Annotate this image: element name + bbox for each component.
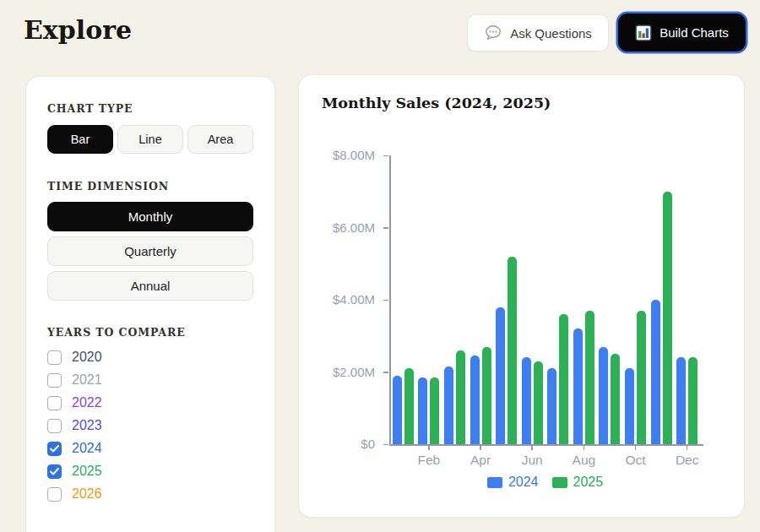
year-2021-checkbox[interactable] bbox=[47, 373, 62, 388]
bar-2025-sep[interactable] bbox=[611, 354, 620, 444]
legend-item-2025[interactable]: 2025 bbox=[552, 475, 604, 490]
y-axis-tick-label: $0 bbox=[299, 437, 375, 451]
legend-swatch-2024 bbox=[487, 477, 502, 488]
year-2024-label: 2024 bbox=[72, 441, 102, 456]
legend-swatch-2025 bbox=[552, 477, 567, 488]
chart-type-area-button[interactable]: Area bbox=[187, 125, 253, 154]
x-axis-tick-label-aug: Aug bbox=[558, 453, 609, 468]
x-axis-tick-mark bbox=[687, 446, 688, 450]
year-row-2022[interactable]: 2022 bbox=[47, 395, 253, 410]
year-2023-label: 2023 bbox=[72, 418, 102, 433]
time-dimension-heading: TIME DIMENSION bbox=[47, 180, 253, 193]
year-row-2026[interactable]: 2026 bbox=[47, 486, 253, 502]
x-axis-tick-mark bbox=[531, 446, 533, 450]
bar-group-dec bbox=[674, 155, 700, 444]
y-axis-tick-mark bbox=[383, 444, 388, 446]
filters-sidebar: CHART TYPE Bar Line Area TIME DIMENSION … bbox=[25, 76, 275, 532]
y-axis-tick-mark bbox=[383, 155, 388, 157]
time-monthly-button[interactable]: Monthly bbox=[47, 202, 253, 231]
year-2025-checkbox[interactable] bbox=[47, 464, 62, 479]
bar-2024-may[interactable] bbox=[496, 307, 505, 444]
x-axis-tick-mark bbox=[480, 446, 481, 450]
bar-2025-jul[interactable] bbox=[559, 314, 568, 444]
year-2020-checkbox[interactable] bbox=[47, 350, 62, 365]
bar-2025-jun[interactable] bbox=[534, 361, 543, 444]
time-dimension-button-group: Monthly Quarterly Annual bbox=[47, 202, 253, 301]
bar-2025-may[interactable] bbox=[508, 257, 517, 444]
bar-2024-dec[interactable] bbox=[676, 357, 686, 444]
x-axis-tick-label-oct: Oct bbox=[611, 453, 661, 468]
year-row-2023[interactable]: 2023 bbox=[47, 418, 253, 433]
chart-legend: 20242025 bbox=[390, 475, 700, 490]
build-charts-button[interactable]: Build Charts bbox=[618, 14, 746, 52]
year-2024-checkbox[interactable] bbox=[47, 442, 62, 456]
year-2022-label: 2022 bbox=[72, 395, 102, 410]
year-2026-checkbox[interactable] bbox=[47, 487, 62, 502]
x-axis-tick-label-dec: Dec bbox=[662, 453, 713, 468]
time-annual-button[interactable]: Annual bbox=[47, 271, 253, 301]
bars-area bbox=[390, 155, 700, 444]
y-axis-tick-label: $6.00M bbox=[299, 220, 375, 235]
time-quarterly-button[interactable]: Quarterly bbox=[47, 236, 253, 266]
y-axis-tick-mark bbox=[383, 300, 388, 301]
bar-group-jun bbox=[519, 155, 546, 444]
bar-group-jul bbox=[545, 155, 571, 444]
y-axis-tick-label: $2.00M bbox=[299, 365, 375, 379]
year-row-2024[interactable]: 2024 bbox=[47, 441, 253, 456]
bar-2024-nov[interactable] bbox=[651, 300, 660, 444]
x-axis-tick-label-jun: Jun bbox=[507, 453, 557, 468]
bar-2024-oct[interactable] bbox=[625, 368, 634, 444]
bar-2024-mar[interactable] bbox=[444, 366, 453, 444]
legend-item-2024[interactable]: 2024 bbox=[487, 475, 539, 490]
speech-bubble-icon bbox=[484, 24, 502, 41]
ask-questions-button[interactable]: Ask Questions bbox=[467, 14, 609, 52]
x-axis-tick-mark bbox=[584, 446, 585, 450]
bar-chart-plot: 20242025 $8.00M$6.00M$4.00M$2.00M$0FebAp… bbox=[299, 75, 744, 517]
years-to-compare-heading: YEARS TO COMPARE bbox=[47, 326, 253, 339]
bar-group-sep bbox=[597, 155, 623, 444]
bar-group-aug bbox=[571, 155, 597, 444]
y-axis-tick-label: $8.00M bbox=[299, 148, 375, 162]
bar-2025-oct[interactable] bbox=[637, 311, 646, 444]
years-checkbox-list: 2020 2021 2022 2023 2024 2025 2026 bbox=[47, 350, 253, 502]
bar-2024-jan[interactable] bbox=[393, 376, 402, 444]
year-2026-label: 2026 bbox=[72, 486, 102, 502]
bar-group-may bbox=[493, 155, 519, 444]
x-axis-line bbox=[389, 444, 703, 446]
year-2021-label: 2021 bbox=[72, 372, 102, 388]
year-row-2025[interactable]: 2025 bbox=[47, 464, 253, 479]
bar-group-oct bbox=[622, 155, 649, 444]
ask-questions-label: Ask Questions bbox=[510, 26, 592, 41]
chart-type-line-button[interactable]: Line bbox=[117, 125, 183, 154]
year-2020-label: 2020 bbox=[72, 350, 102, 365]
bar-2024-jul[interactable] bbox=[547, 368, 556, 444]
x-axis-tick-label-apr: Apr bbox=[455, 453, 506, 468]
year-2022-checkbox[interactable] bbox=[47, 396, 62, 410]
bar-2025-mar[interactable] bbox=[456, 350, 465, 444]
bar-2024-apr[interactable] bbox=[470, 356, 480, 444]
year-row-2021[interactable]: 2021 bbox=[47, 372, 253, 388]
chart-panel: Monthly Sales (2024, 2025) 20242025 $8.0… bbox=[298, 74, 745, 518]
year-row-2020[interactable]: 2020 bbox=[47, 350, 253, 365]
bar-group-mar bbox=[442, 155, 468, 444]
bar-2024-sep[interactable] bbox=[599, 347, 608, 444]
year-2025-label: 2025 bbox=[72, 464, 102, 479]
bar-2025-aug[interactable] bbox=[585, 311, 594, 444]
bar-2024-feb[interactable] bbox=[418, 377, 427, 444]
chart-type-bar-button[interactable]: Bar bbox=[47, 125, 113, 154]
bar-2025-jan[interactable] bbox=[404, 368, 414, 444]
year-2023-checkbox[interactable] bbox=[47, 419, 62, 433]
bar-2024-aug[interactable] bbox=[573, 328, 583, 444]
bar-2025-dec[interactable] bbox=[688, 357, 698, 444]
x-axis-tick-mark bbox=[635, 446, 637, 450]
bar-group-jan bbox=[390, 155, 416, 444]
bar-2025-feb[interactable] bbox=[430, 377, 439, 444]
bar-chart-icon bbox=[635, 24, 652, 41]
y-axis-tick-label: $4.00M bbox=[299, 292, 375, 307]
legend-label-2025: 2025 bbox=[573, 475, 604, 490]
y-axis-tick-mark bbox=[383, 372, 388, 373]
x-axis-tick-mark bbox=[428, 446, 430, 450]
bar-2024-jun[interactable] bbox=[522, 357, 531, 444]
bar-2025-apr[interactable] bbox=[482, 347, 491, 444]
bar-2025-nov[interactable] bbox=[663, 192, 672, 444]
